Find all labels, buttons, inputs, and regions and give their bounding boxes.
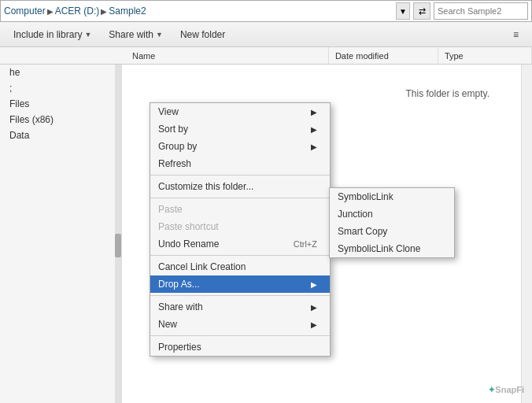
drop-as-submenu-arrow: ▶ [311,280,317,289]
column-headers: Name Date modified Type [0,47,532,65]
include-library-button[interactable]: Include in library ▼ [6,26,98,43]
separator-1 [150,175,330,176]
submenu-item-smart-copy[interactable]: Smart Copy [330,223,454,240]
sidebar-item-data[interactable]: Data [0,128,121,143]
sidebar-scrollbar-thumb[interactable] [115,234,121,257]
separator-4 [150,295,330,296]
menu-item-share-with-label: Share with [158,301,203,312]
menu-item-sort-by-label: Sort by [158,124,188,135]
sidebar: he ; Files Files (x86) Data [0,65,122,403]
menu-item-share-with[interactable]: Share with ▶ [150,298,330,316]
path-sep-2: ▶ [101,7,107,16]
menu-item-undo-rename[interactable]: Undo Rename Ctrl+Z [150,235,330,253]
menu-item-new-label: New [158,319,177,330]
sort-by-submenu-arrow: ▶ [311,125,317,134]
menu-item-customize-label: Customize this folder... [158,181,253,192]
sidebar-item-semicolon[interactable]: ; [0,80,121,96]
submenu-symbolic-link-label: SymbolicLink [338,191,393,202]
include-library-arrow: ▼ [84,31,91,39]
menu-item-view-label: View [158,106,179,117]
empty-folder-message: This folder is empty. [406,88,490,99]
address-bar: Computer ▶ ACER (D:) ▶ Sample2 ▼ ⇄ [0,0,532,22]
sidebar-item-files[interactable]: Files [0,96,121,112]
path-drive[interactable]: ACER (D:) [55,6,100,17]
separator-5 [150,335,330,336]
toolbar: Include in library ▼ Share with ▼ New fo… [0,22,532,47]
path-breadcrumb: Computer ▶ ACER (D:) ▶ Sample2 [4,6,393,17]
more-options-button[interactable]: ≡ [506,26,526,43]
include-library-label: Include in library [13,29,82,40]
col-header-date-modified[interactable]: Date modified [329,47,438,64]
menu-item-drop-as[interactable]: Drop As... ▶ [150,275,330,293]
menu-item-customize[interactable]: Customize this folder... [150,178,330,195]
submenu-drop-as: SymbolicLink Junction Smart Copy Symboli… [329,187,455,258]
share-with-label: Share with [109,29,153,40]
submenu-item-symbolic-link[interactable]: SymbolicLink [330,188,454,205]
submenu-symbolic-link-clone-label: SymbolicLink Clone [338,243,420,254]
new-folder-label: New folder [180,29,225,40]
menu-item-group-by-label: Group by [158,141,197,152]
context-menu: View ▶ Sort by ▶ Group by ▶ Refresh Cust… [150,102,331,357]
menu-item-properties-label: Properties [158,342,201,353]
submenu-item-junction[interactable]: Junction [330,205,454,223]
menu-item-paste-shortcut: Paste shortcut [150,218,330,235]
address-dropdown-button[interactable]: ▼ [396,2,410,20]
col-header-name[interactable]: Name [126,47,329,64]
path-computer[interactable]: Computer [4,6,46,17]
menu-item-drop-as-label: Drop As... [158,279,200,290]
address-refresh-button[interactable]: ⇄ [413,2,430,20]
menu-item-refresh-label: Refresh [158,158,191,169]
new-submenu-arrow: ▶ [311,320,317,329]
sidebar-scrollbar[interactable] [115,65,121,403]
path-sep-1: ▶ [47,7,54,16]
col-header-type[interactable]: Type [438,47,532,64]
sidebar-item-files-x86[interactable]: Files (x86) [0,112,121,128]
menu-item-group-by[interactable]: Group by ▶ [150,138,330,155]
menu-item-sort-by[interactable]: Sort by ▶ [150,120,330,138]
path-folder[interactable]: Sample2 [109,6,146,17]
menu-item-properties[interactable]: Properties [150,338,330,356]
menu-item-cancel-link-label: Cancel Link Creation [158,261,246,272]
separator-2 [150,198,330,198]
submenu-junction-label: Junction [338,209,373,220]
share-with-arrow: ▼ [156,31,163,39]
vertical-scrollbar[interactable] [521,65,532,403]
menu-item-paste-label: Paste [158,204,183,215]
watermark: ✦SnapFi [488,385,524,395]
share-with-button[interactable]: Share with ▼ [102,26,170,43]
menu-item-cancel-link[interactable]: Cancel Link Creation [150,258,330,275]
view-submenu-arrow: ▶ [311,108,317,116]
share-with-submenu-arrow: ▶ [311,303,317,312]
group-by-submenu-arrow: ▶ [311,142,317,151]
new-folder-button[interactable]: New folder [173,26,232,43]
menu-item-refresh[interactable]: Refresh [150,155,330,172]
menu-item-view[interactable]: View ▶ [150,103,330,120]
search-input[interactable] [434,2,528,20]
separator-3 [150,255,330,256]
submenu-smart-copy-label: Smart Copy [338,226,387,237]
undo-rename-shortcut: Ctrl+Z [294,239,317,249]
menu-item-paste: Paste [150,201,330,218]
submenu-item-symbolic-link-clone[interactable]: SymbolicLink Clone [330,240,454,257]
menu-item-new[interactable]: New ▶ [150,316,330,333]
menu-item-paste-shortcut-label: Paste shortcut [158,221,219,232]
menu-item-undo-rename-label: Undo Rename [158,238,219,250]
sidebar-item-he[interactable]: he [0,65,121,80]
